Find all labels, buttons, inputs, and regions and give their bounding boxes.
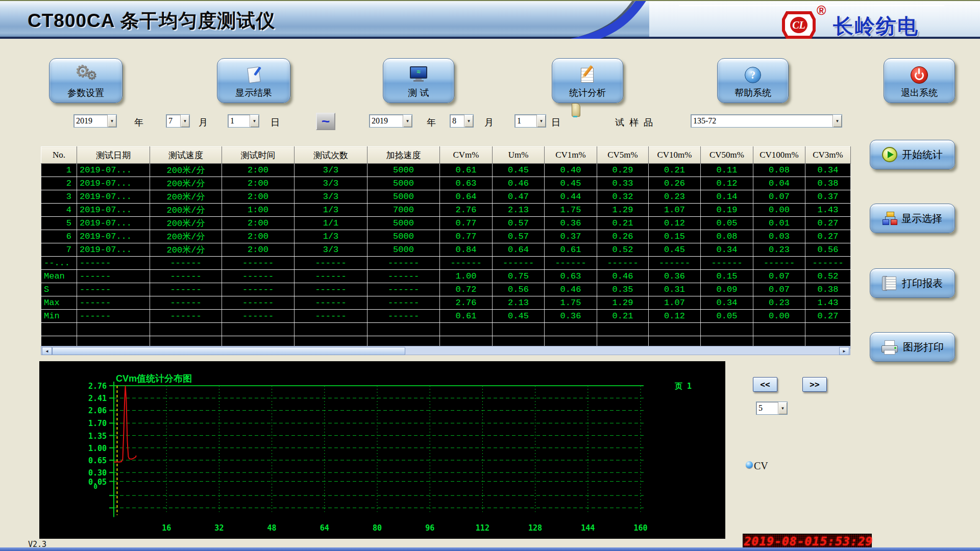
start-month-value: 7: [166, 115, 180, 127]
x-tick-label: 32: [214, 523, 224, 533]
column-header: Um%: [493, 147, 545, 164]
scroll-right-arrow[interactable]: ►: [839, 347, 849, 355]
table-row[interactable]: --...-----------------------------------…: [41, 257, 851, 270]
start-year-label: 年: [134, 116, 143, 129]
table-cell: ------: [649, 257, 701, 270]
x-tick-label: 160: [633, 523, 647, 533]
dropdown-arrow-icon[interactable]: ▼: [832, 115, 842, 127]
table-cell: 3/3: [295, 164, 368, 177]
start-day-select[interactable]: 1 ▼: [228, 114, 259, 128]
test-button[interactable]: ≈ 测 试: [383, 58, 454, 103]
end-day-select[interactable]: 1 ▼: [514, 114, 546, 128]
table-cell: 0.32: [597, 190, 649, 204]
table-cell: 0.34: [701, 243, 753, 257]
statistics-analysis-button-label: 统计分析: [569, 87, 606, 99]
table-row[interactable]: 62019-07...200米/分2:001/350000.770.570.37…: [41, 230, 851, 243]
table-row[interactable]: 72019-07...200米/分2:003/350000.840.640.61…: [41, 243, 851, 257]
table-row[interactable]: 32019-07...200米/分2:003/350000.640.470.44…: [41, 190, 851, 204]
page-size-value: 5: [756, 402, 778, 414]
prev-page-button[interactable]: <<: [753, 377, 777, 392]
table-cell: 0.01: [753, 217, 805, 230]
flowchart-icon: [883, 212, 897, 225]
table-row[interactable]: [41, 323, 851, 336]
column-header: 测试日期: [77, 147, 150, 164]
distribution-chart-panel[interactable]: 0.050.300.651.001.351.702.062.412.760163…: [39, 361, 725, 539]
scroll-left-arrow[interactable]: ◄: [42, 347, 52, 355]
table-cell: 4: [41, 204, 77, 217]
table-row[interactable]: 22019-07...200米/分2:003/350000.630.460.45…: [41, 177, 851, 190]
start-month-select[interactable]: 7 ▼: [166, 114, 190, 128]
dropdown-arrow-icon[interactable]: ▼: [778, 402, 787, 414]
table-cell: 2:00: [222, 177, 295, 190]
print-report-button[interactable]: 打印报表: [870, 268, 955, 298]
table-cell: ------: [597, 257, 649, 270]
table-cell: 0.26: [649, 177, 701, 190]
dropdown-arrow-icon[interactable]: ▼: [107, 115, 116, 127]
dropdown-arrow-icon[interactable]: ▼: [536, 115, 546, 127]
statistics-analysis-button[interactable]: 统计分析: [552, 58, 623, 103]
print-graph-button[interactable]: 图形打印: [870, 332, 955, 362]
table-cell: ------: [77, 283, 150, 296]
table-cell: 0.04: [753, 177, 805, 190]
table-row[interactable]: 42019-07...200米/分1:001/370002.762.131.75…: [41, 204, 851, 217]
table-row[interactable]: Mean------------------------------1.000.…: [41, 270, 851, 283]
cv-option-radio[interactable]: CV: [746, 460, 768, 472]
table-cell: 0.46: [545, 283, 597, 296]
dropdown-arrow-icon[interactable]: ▼: [403, 115, 412, 127]
table-cell: [805, 323, 851, 336]
table-cell: 0.33: [597, 177, 649, 190]
table-cell: 1.75: [545, 296, 597, 310]
table-cell: [41, 323, 77, 336]
column-header: 测试次数: [295, 147, 368, 164]
table-cell: ------: [295, 283, 368, 296]
next-page-button[interactable]: >>: [802, 377, 827, 392]
show-results-button[interactable]: 显示结果: [217, 58, 290, 103]
dropdown-arrow-icon[interactable]: ▼: [464, 115, 473, 127]
exit-button[interactable]: 退出系统: [884, 58, 955, 103]
end-year-select[interactable]: 2019 ▼: [369, 114, 412, 128]
table-row[interactable]: Min------------------------------0.610.4…: [41, 310, 851, 323]
table-cell: 5000: [368, 243, 440, 257]
table-cell: 0.72: [440, 283, 493, 296]
chart-title: CVm值统计分布图: [116, 373, 192, 384]
table-cell: 2019-07...: [77, 190, 150, 204]
table-cell: ------: [150, 310, 222, 323]
help-button-label: 帮助系统: [734, 87, 771, 99]
start-statistics-button[interactable]: 开始统计: [870, 140, 955, 169]
table-horizontal-scrollbar[interactable]: ◄ ►: [41, 346, 850, 355]
scrollbar-thumb[interactable]: [52, 347, 405, 355]
y-tick-label: 0.30: [88, 468, 107, 478]
table-cell: ------: [222, 296, 295, 310]
table-row[interactable]: 12019-07...200米/分2:003/350000.610.450.40…: [41, 164, 851, 177]
table-cell: 0.27: [805, 230, 851, 243]
table-cell: 0.14: [701, 190, 753, 204]
end-year-value: 2019: [370, 115, 403, 127]
settings-button[interactable]: ⚙⚙ 参数设置: [49, 58, 122, 103]
start-year-select[interactable]: 2019 ▼: [74, 114, 117, 128]
table-row[interactable]: Max------------------------------2.762.1…: [41, 296, 851, 310]
table-cell: ------: [150, 270, 222, 283]
power-icon: [911, 66, 928, 84]
dropdown-arrow-icon[interactable]: ▼: [180, 115, 189, 127]
table-cell: ------: [222, 283, 295, 296]
end-month-select[interactable]: 8 ▼: [450, 114, 474, 128]
display-select-button[interactable]: 显示选择: [870, 204, 955, 233]
distribution-chart[interactable]: 0.050.300.651.001.351.702.062.412.760163…: [39, 361, 725, 539]
table-cell: 0.31: [649, 283, 701, 296]
table-cell: 1:00: [222, 204, 295, 217]
table-row[interactable]: S------------------------------0.720.560…: [41, 283, 851, 296]
settings-button-label: 参数设置: [67, 87, 104, 99]
table-cell: S: [41, 283, 77, 296]
table-cell: 0.05: [701, 310, 753, 323]
table-cell: 2.13: [493, 296, 545, 310]
table-cell: 0.47: [493, 190, 545, 204]
table-cell: ------: [440, 257, 493, 270]
sample-select[interactable]: 135-72 ▼: [691, 114, 842, 128]
page-size-select[interactable]: 5 ▼: [756, 402, 788, 415]
table-cell: 3/3: [295, 190, 368, 204]
date-range-wave-button[interactable]: ~: [316, 113, 335, 130]
help-button[interactable]: ? 帮助系统: [717, 58, 789, 103]
dropdown-arrow-icon[interactable]: ▼: [250, 115, 259, 127]
table-cell: 0.23: [753, 296, 805, 310]
table-row[interactable]: 52019-07...200米/分2:001/150000.770.570.36…: [41, 217, 851, 230]
